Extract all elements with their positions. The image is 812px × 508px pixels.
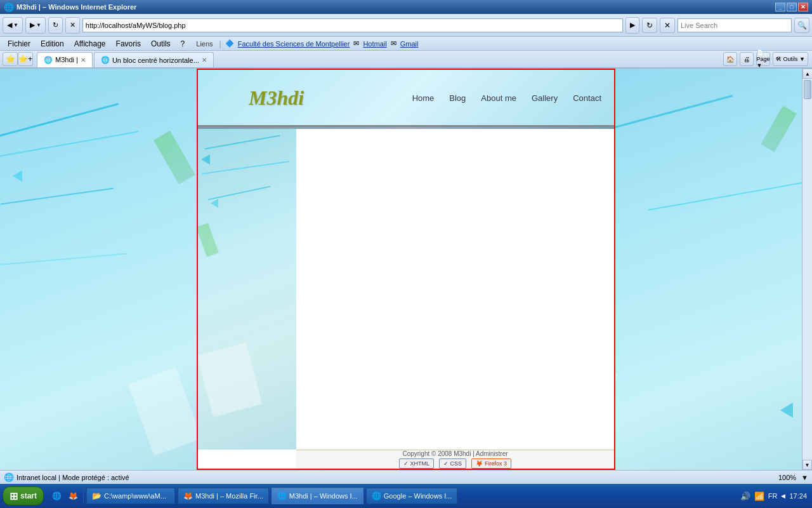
address-bar[interactable] <box>82 18 623 32</box>
left-bg-area <box>0 69 197 470</box>
audio-icon[interactable]: 🔊 <box>740 491 750 501</box>
taskbar-item-0[interactable]: 📂 C:\wamp\www\aM... <box>86 488 175 504</box>
nav-home[interactable]: Home <box>412 93 435 102</box>
xhtml-badge[interactable]: ✓ XHTML <box>399 458 434 469</box>
search-input[interactable]: Search <box>678 18 792 32</box>
browser-window: 🌐 M3hdi | – Windows Internet Explorer _ … <box>0 0 812 508</box>
tab-m3hdi[interactable]: 🌐 M3hdi | ✕ <box>37 52 93 67</box>
left-inner-tri-1 <box>201 154 210 164</box>
left-inner-line-1 <box>205 135 280 150</box>
menu-favoris[interactable]: Favoris <box>111 38 146 50</box>
link-gmail[interactable]: Gmail <box>400 40 419 48</box>
site-header: M3hdi Home Blog About me Gallery Contact <box>198 70 614 127</box>
css-badge[interactable]: ✓ CSS <box>439 458 466 469</box>
search-button[interactable]: 🔍 <box>794 18 809 33</box>
print-button[interactable]: 🖨 <box>740 52 754 66</box>
menu-fichier[interactable]: Fichier <box>3 38 36 50</box>
scroll-down-button[interactable]: ▼ <box>802 460 812 470</box>
tab-close-0[interactable]: ✕ <box>81 57 86 64</box>
minimize-button[interactable]: _ <box>775 3 785 11</box>
close-button[interactable]: ✕ <box>798 3 808 11</box>
footer-copyright: Copyright © 2008 M3hdi | Administrer <box>402 450 508 457</box>
forward-button[interactable]: ▶ ▼ <box>25 17 46 34</box>
xhtml-badge-label: ✓ XHTML <box>403 460 429 467</box>
ie-quick-icon: 🌐 <box>52 491 62 500</box>
menu-affichage[interactable]: Affichage <box>69 38 111 50</box>
favorites-menu-button[interactable]: ⭐+ <box>18 52 33 66</box>
left-inner-tri-2 <box>211 199 218 208</box>
search-icon: 🔍 <box>797 21 807 30</box>
deco-line-1 <box>0 103 119 138</box>
left-inner-line-3 <box>208 186 270 201</box>
page-button[interactable]: 📄 Page ▼ <box>756 52 770 66</box>
taskbar-item-1[interactable]: 🦊 M3hdi | – Mozilla Fir... <box>178 488 269 504</box>
back-button[interactable]: ◀ ▼ <box>3 17 23 34</box>
deco-tri-2 <box>13 170 22 182</box>
menu-help[interactable]: ? <box>176 38 190 50</box>
menu-outils[interactable]: Outils <box>146 38 176 50</box>
title-bar: 🌐 M3hdi | – Windows Internet Explorer _ … <box>0 0 812 14</box>
left-inner-blob <box>198 342 263 417</box>
nav-about[interactable]: About me <box>481 93 516 102</box>
go-button[interactable]: ▶ <box>625 17 639 34</box>
quick-launch: 🌐 🦊 <box>46 488 84 504</box>
tab-bloc[interactable]: 🌐 Un bloc centré horizontale... ✕ <box>94 52 214 67</box>
css-badge-label: ✓ CSS <box>443 460 462 467</box>
title-bar-controls: _ □ ✕ <box>775 3 808 11</box>
viewport-scrollbar[interactable]: ▲ ▼ <box>802 69 812 470</box>
site-nav: Home Blog About me Gallery Contact <box>412 93 601 102</box>
intranet-icon: 🌐 <box>4 472 14 482</box>
taskbar-item-3[interactable]: 🌐 Google – Windows I... <box>366 488 458 504</box>
taskbar-item-2[interactable]: 🌐 M3hdi | – Windows I... <box>272 488 363 504</box>
link-faculte[interactable]: Faculté des Sciences de Montpellier <box>238 40 350 48</box>
taskbar: ⊞ start 🌐 🦊 📂 C:\wamp\www\aM... 🦊 M3hdi … <box>0 484 812 508</box>
zoom-level: 100% <box>778 474 796 481</box>
refresh-page-button[interactable]: ↻ <box>642 18 657 33</box>
quick-launch-browser[interactable]: 🦊 <box>65 488 81 504</box>
tab-label-0: M3hdi | <box>55 56 78 64</box>
nav-gallery[interactable]: Gallery <box>532 93 558 102</box>
status-zone: Intranet local | Mode protégé : activé <box>16 474 129 481</box>
forward-dropdown-icon: ▼ <box>36 22 41 28</box>
nav-contact[interactable]: Contact <box>573 93 601 102</box>
stop-icon: ✕ <box>70 21 75 29</box>
taskbar-icon-2: 🌐 <box>277 491 287 500</box>
firefox-badge[interactable]: 🦊 Firefox 3 <box>471 458 511 469</box>
left-deco-panel <box>198 129 296 450</box>
network-icon[interactable]: 📶 <box>754 491 764 501</box>
window-title: M3hdi | – Windows Internet Explorer <box>16 3 136 11</box>
arrow-left-icon[interactable]: ◀ <box>781 493 785 499</box>
tab-close-1[interactable]: ✕ <box>202 57 207 64</box>
add-favorite-button[interactable]: ⭐ <box>3 52 18 66</box>
firefox-badge-label: Firefox 3 <box>485 460 507 467</box>
print-icon: 🖨 <box>743 56 750 63</box>
left-inner-green <box>198 223 219 257</box>
stop-page-button[interactable]: ✕ <box>660 18 675 33</box>
stop-button[interactable]: ✕ <box>65 17 80 34</box>
deco-line-4 <box>0 253 127 266</box>
start-button[interactable]: ⊞ start <box>3 486 44 505</box>
forward-icon: ▶ <box>30 21 35 29</box>
center-content-box: M3hdi Home Blog About me Gallery Contact <box>197 69 615 470</box>
refresh-button[interactable]: ↻ <box>48 17 63 34</box>
quick-launch-ie[interactable]: 🌐 <box>49 488 64 504</box>
home-button[interactable]: 🏠 <box>723 52 737 66</box>
menu-edition[interactable]: Edition <box>36 38 69 50</box>
go-icon: ▶ <box>630 21 635 29</box>
tools-button[interactable]: 🛠 Outils ▼ <box>773 52 808 66</box>
scroll-up-button[interactable]: ▲ <box>802 69 812 79</box>
language-indicator[interactable]: FR <box>768 492 778 500</box>
links-bar: Liens | 🔷 Faculté des Sciences de Montpe… <box>196 39 418 48</box>
nav-blog[interactable]: Blog <box>449 93 466 102</box>
title-bar-left: 🌐 M3hdi | – Windows Internet Explorer <box>4 3 136 12</box>
taskbar-label-0: C:\wamp\www\aM... <box>104 492 166 500</box>
statusbar-left: 🌐 Intranet local | Mode protégé : activé <box>4 472 773 482</box>
viewport[interactable]: M3hdi Home Blog About me Gallery Contact <box>0 69 812 470</box>
star-add-icon: ⭐+ <box>18 55 32 64</box>
scroll-thumb[interactable] <box>804 80 811 99</box>
footer-badges: ✓ XHTML ✓ CSS 🦊 Firefox 3 <box>399 458 511 469</box>
main-content <box>296 129 614 450</box>
link-hotmail[interactable]: Hotmail <box>363 40 386 48</box>
back-dropdown-icon: ▼ <box>13 22 18 28</box>
maximize-button[interactable]: □ <box>787 3 797 11</box>
